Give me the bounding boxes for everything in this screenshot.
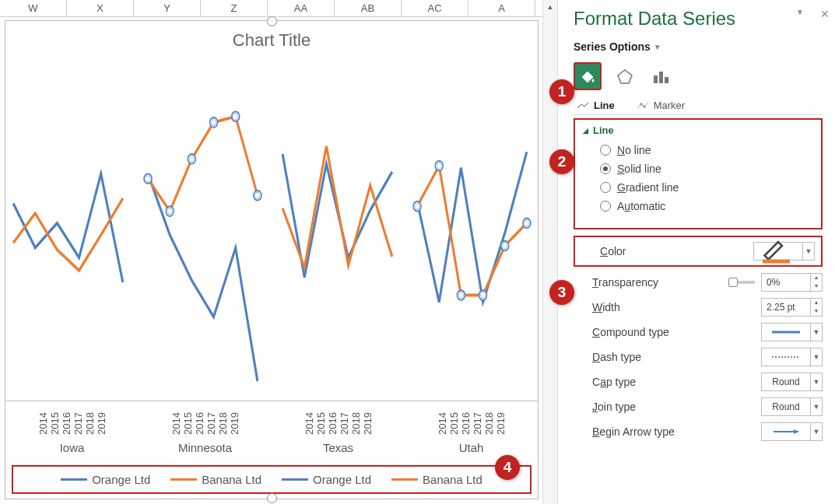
chevron-down-icon: ▼ [810,373,822,390]
col-header[interactable]: AB [335,0,402,16]
axis-year: 2017 [205,412,217,435]
scroll-up-icon[interactable]: ▲ [543,0,557,14]
transparency-slider[interactable] [732,281,755,284]
x-axis-state-labels: Iowa Minnesota Texas Utah [5,441,538,454]
svg-point-2 [146,176,150,182]
color-row: Color ▼ [574,236,823,267]
fill-line-tab[interactable] [574,62,602,90]
marker-tab[interactable]: Marker [637,100,685,111]
legend-item[interactable]: Banana Ltd [391,473,482,486]
col-header[interactable]: X [67,0,134,16]
svg-point-22 [503,243,507,249]
axis-year: 2015 [448,412,460,435]
axis-year: 2017 [72,412,84,435]
svg-rect-26 [654,75,658,83]
spin-up-icon[interactable]: ▲ [811,274,822,282]
chevron-down-icon: ▼ [802,243,814,260]
pane-options-icon[interactable]: ▼ [796,8,804,16]
vertical-scrollbar[interactable]: ▲ [542,0,557,504]
collapse-icon: ◢ [583,127,588,135]
chart-object[interactable]: Chart Title [5,20,539,499]
line-tab[interactable]: Line [577,100,615,111]
begin-arrow-dropdown[interactable]: ▼ [761,422,823,441]
paint-bucket-icon [579,68,596,85]
compound-preview-icon [762,327,810,337]
axis-year: 2015 [182,412,194,435]
dash-preview-icon [762,352,810,362]
marker-icon [637,102,649,110]
legend-item[interactable]: Orange Ltd [61,473,150,486]
axis-year: 2014 [37,412,49,435]
axis-year: 2016 [460,412,472,435]
svg-point-8 [212,120,216,126]
width-input[interactable]: 2.25 pt▲▼ [761,298,823,317]
spin-down-icon[interactable]: ▼ [811,282,822,291]
radio-gradient-line[interactable]: Gradient line [600,181,815,194]
axis-year: 2016 [61,412,72,435]
spin-down-icon[interactable]: ▼ [811,307,822,316]
line-section-header[interactable]: ◢ Line [583,124,815,136]
svg-point-29 [640,103,643,106]
chart-legend[interactable]: Orange Ltd Banana Ltd Orange Ltd Banana … [12,465,532,494]
svg-rect-31 [763,259,790,263]
axis-year: 2019 [362,412,374,435]
series-options-dropdown[interactable]: Series Options ▼ [574,40,823,53]
plot-area[interactable] [5,55,538,411]
color-picker[interactable]: ▼ [753,242,815,261]
cap-dropdown[interactable]: Round▼ [761,373,823,391]
series-options-label: Series Options [574,40,651,53]
col-header[interactable]: Z [201,0,268,16]
svg-point-10 [233,114,238,120]
radio-icon [600,201,611,212]
axis-year: 2018 [217,412,229,435]
compound-dropdown[interactable]: ▼ [761,323,823,341]
legend-item[interactable]: Orange Ltd [282,473,371,486]
axis-state: Minnesota [139,441,272,454]
legend-label: Banana Ltd [423,473,482,486]
cap-type-row: Cap type Round▼ [592,373,823,391]
chart-title[interactable]: Chart Title [5,30,538,51]
effects-tab[interactable] [612,64,637,89]
col-header[interactable]: Y [134,0,201,16]
radio-no-line[interactable]: No line [600,144,815,156]
pane-title: Format Data Series [574,8,823,30]
svg-rect-28 [665,77,668,83]
line-section: ◢ Line No line Solid line Gradient line … [574,118,823,229]
resize-handle-top[interactable] [267,16,277,26]
spin-up-icon[interactable]: ▲ [811,299,822,307]
cap-value: Round [762,376,810,387]
dash-dropdown[interactable]: ▼ [761,348,823,366]
callout-badge-2: 2 [549,149,574,174]
radio-icon [600,145,611,156]
format-pane: ▼ × Format Data Series Series Options ▼ … [558,0,835,504]
chevron-down-icon: ▼ [810,324,822,341]
join-dropdown[interactable]: Round▼ [761,397,823,416]
col-header[interactable]: AC [402,0,468,16]
axis-year: 2017 [339,412,350,435]
axis-year: 2014 [303,412,315,435]
transparency-input[interactable]: 0%▲▼ [761,273,823,292]
chevron-down-icon: ▼ [810,423,822,440]
axis-year: 2015 [49,412,61,435]
join-label: Join type [592,401,636,413]
radio-automatic[interactable]: Automatic [600,200,815,212]
svg-point-14 [415,203,419,209]
legend-label: Orange Ltd [313,473,371,486]
legend-swatch-icon [391,478,418,481]
legend-item[interactable]: Banana Ltd [170,473,261,486]
resize-handle-bottom[interactable] [267,493,277,503]
callout-badge-3: 3 [549,280,574,305]
transparency-row: Transparency 0%▲▼ [592,273,823,292]
svg-point-12 [255,192,260,198]
radio-solid-line[interactable]: Solid line [600,163,815,175]
col-header[interactable]: AA [268,0,335,16]
col-header[interactable]: A [468,0,535,16]
axis-year: 2018 [84,412,96,435]
legend-label: Banana Ltd [202,473,261,486]
axis-state: Texas [272,441,405,454]
x-axis-year-labels: 2014201520162017201820192014201520162017… [5,411,538,436]
col-header[interactable]: W [0,0,67,16]
format-category-tabs [574,62,823,90]
series-options-tab[interactable] [648,64,673,89]
close-icon[interactable]: × [820,6,829,23]
